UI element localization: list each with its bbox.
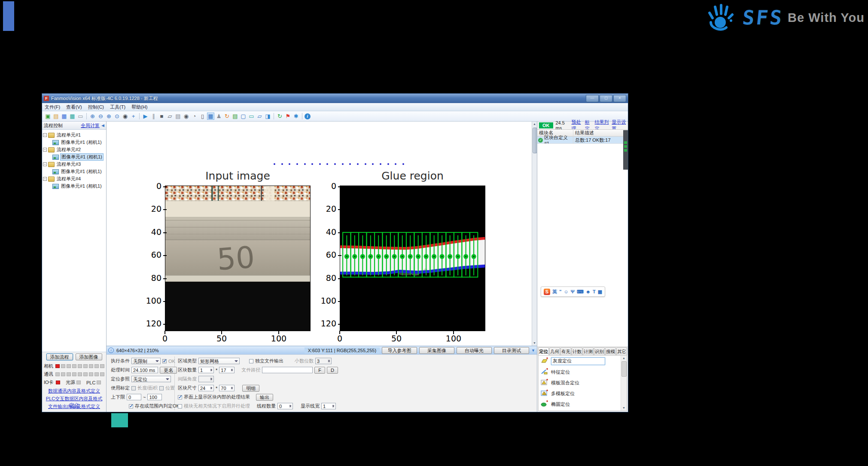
file-path-input[interactable] <box>262 367 313 373</box>
line-width-spinner[interactable]: 1 <box>321 403 336 409</box>
zoom-actual-icon[interactable]: ⊙ <box>113 113 121 120</box>
file-output-link[interactable]: 文件输出内容及格式定义 <box>48 404 100 409</box>
zoom-out-icon[interactable]: ⊖ <box>97 113 104 120</box>
scroll-down-icon[interactable]: ▼ <box>621 405 627 411</box>
show-inner-results-checkbox[interactable] <box>178 395 182 399</box>
sync-icon[interactable]: ↻ <box>276 113 283 120</box>
scroll-up-icon[interactable]: ▲ <box>621 356 627 361</box>
tab-measure[interactable]: 计测 <box>583 347 594 355</box>
tree-item-process-2[interactable]: −流程单元#2 <box>43 146 105 153</box>
output-button[interactable]: 输出 <box>256 394 273 401</box>
tab-recognize[interactable]: 识别 <box>594 347 605 355</box>
open-folder-icon[interactable]: ▤ <box>52 113 60 120</box>
tool-template-mix-locate[interactable]: 模板混合定位 <box>539 377 627 388</box>
thread-count-spinner[interactable]: 0 <box>277 403 293 409</box>
rename-button[interactable]: 更名 <box>160 367 177 374</box>
length-area-checkbox[interactable] <box>131 386 136 390</box>
limit-low-input[interactable]: 0 <box>127 394 141 400</box>
global-calc-link[interactable]: 全局计算 <box>81 122 100 129</box>
block-count-y-spinner[interactable]: 17 <box>219 367 235 373</box>
block-width-spinner[interactable]: 24 <box>198 385 214 391</box>
camera-icon[interactable]: ◉ <box>183 113 190 120</box>
block-count-x-spinner[interactable]: 1 <box>198 367 214 373</box>
new-image-icon[interactable]: ▣ <box>44 113 52 120</box>
tab-other[interactable]: 其它 <box>616 347 627 355</box>
process-time-value[interactable]: 24.100 ms <box>131 367 158 373</box>
block-height-spinner[interactable]: 70 <box>219 385 235 391</box>
tab-presence[interactable]: 有无 <box>560 347 571 355</box>
scroll-down-icon[interactable]: ▼ <box>532 341 537 346</box>
mic-icon[interactable]: Ψ <box>571 289 575 294</box>
menu-control[interactable]: 控制(C) <box>88 104 104 110</box>
emoji-icon[interactable]: ☺ <box>564 289 569 294</box>
eye-icon[interactable]: ◉ <box>122 113 129 120</box>
tool-multi-template-locate[interactable]: 多模板定位 <box>539 388 627 399</box>
f-button[interactable]: F <box>314 367 325 374</box>
d-button[interactable]: D <box>327 367 338 374</box>
table-scrollbar[interactable] <box>623 130 628 170</box>
ok-checkbox[interactable] <box>162 359 167 363</box>
user-icon[interactable]: ♟ <box>215 113 222 120</box>
acquire-image-button[interactable]: 采集图像 <box>419 347 454 354</box>
minimize-button[interactable]: — <box>586 95 599 102</box>
info-icon[interactable]: i <box>305 113 311 119</box>
collapse-panel-icon[interactable]: ◀ <box>101 123 104 128</box>
limit-high-input[interactable]: 100 <box>147 394 162 400</box>
keyboard-icon[interactable]: ⌨ <box>577 289 584 295</box>
clock-icon[interactable]: ◔ <box>191 113 198 120</box>
menu-tools[interactable]: 工具(T) <box>110 104 125 110</box>
scroll-thumb[interactable] <box>533 128 537 153</box>
handwriting-icon[interactable]: ☻ <box>586 289 591 294</box>
scroll-thumb[interactable] <box>621 361 627 377</box>
stop-icon[interactable]: ■ <box>158 113 165 120</box>
close-button[interactable]: × <box>613 95 626 102</box>
detail-button[interactable]: 明细 <box>242 385 259 392</box>
region-type-select[interactable]: 矩形网格 <box>198 358 240 364</box>
device-icon[interactable]: ◨ <box>264 113 271 120</box>
expand-icon[interactable]: − <box>43 133 47 137</box>
roi-icon[interactable]: ▱ <box>166 113 174 120</box>
sogou-logo-icon[interactable]: S <box>544 289 550 295</box>
input-method-toolbar[interactable]: S 英”☺Ψ⌨☻T▦ <box>541 286 605 297</box>
card-icon[interactable]: ▱ <box>256 113 263 120</box>
add-process-button[interactable]: 添加流程 <box>46 353 73 360</box>
parallel-checkbox[interactable] <box>178 404 182 408</box>
menu-help[interactable]: 帮助(H) <box>131 104 147 110</box>
mail-icon[interactable]: ▭ <box>248 113 255 120</box>
tree-item-process-3[interactable]: −流程单元#3 <box>43 161 105 168</box>
decimal-spinner[interactable]: 3 <box>315 358 332 364</box>
auto-exposure-button[interactable]: 自动曝光 <box>457 347 492 354</box>
gap-angle-spinner[interactable] <box>198 376 214 382</box>
statusbar-dropdown-icon[interactable]: ▼ <box>531 348 535 353</box>
table-row[interactable]: ✓区块自定义#1 总数:17 OK数:17 <box>537 137 628 143</box>
tab-search-model[interactable]: 搜模 <box>605 347 616 355</box>
crosshair-icon[interactable]: + <box>130 113 137 120</box>
tree-item-image-3[interactable]: 图像单元#1 (相机1) <box>43 168 105 175</box>
tree-item-process-1[interactable]: −流程单元#1 <box>43 131 105 139</box>
tree-icon[interactable]: ▤ <box>231 113 239 120</box>
pause-icon[interactable]: ∥ <box>150 113 157 120</box>
tree-item-image-2-selected[interactable]: 图像单元#1 (相机1) <box>43 153 105 161</box>
tool-feature-locate[interactable]: 特征定位 <box>539 366 627 377</box>
expand-icon[interactable]: − <box>43 162 47 166</box>
tab-geometry[interactable]: 几何 <box>549 347 560 355</box>
tab-locate[interactable]: 定位 <box>538 347 549 355</box>
zoom-in-icon[interactable]: ⊕ <box>89 113 96 120</box>
run-icon[interactable]: ▶ <box>142 113 149 120</box>
title-bar[interactable]: F FanmooVision x64 标准版-4C 6.0.19.1228 - … <box>42 94 628 103</box>
directory-test-button[interactable]: 目录测试 <box>494 347 529 354</box>
view-grid-icon[interactable]: ▦ <box>207 113 214 120</box>
gear-icon[interactable]: ✱ <box>292 113 300 120</box>
toolbox-icon[interactable]: ▦ <box>598 289 602 295</box>
tool-gray-locate[interactable]: 灰度定位 <box>539 356 627 366</box>
tree-item-image-4[interactable]: 图像单元#1 (相机1) <box>43 183 105 190</box>
window-icon[interactable]: ▢ <box>240 113 247 120</box>
import-reference-button[interactable]: 导入参考图 <box>382 347 417 354</box>
expand-icon[interactable]: − <box>43 148 47 152</box>
tool-list-scrollbar[interactable]: ▲ ▼ <box>621 356 627 411</box>
result-desc-header[interactable]: 结果描述 <box>573 130 596 136</box>
tree-item-image-1[interactable]: 图像单元#1 (相机1) <box>43 139 105 146</box>
menu-file[interactable]: 文件(F) <box>45 104 60 110</box>
skin-icon[interactable]: T <box>593 289 596 294</box>
zoom-fit-icon[interactable]: ⊕ <box>105 113 113 120</box>
